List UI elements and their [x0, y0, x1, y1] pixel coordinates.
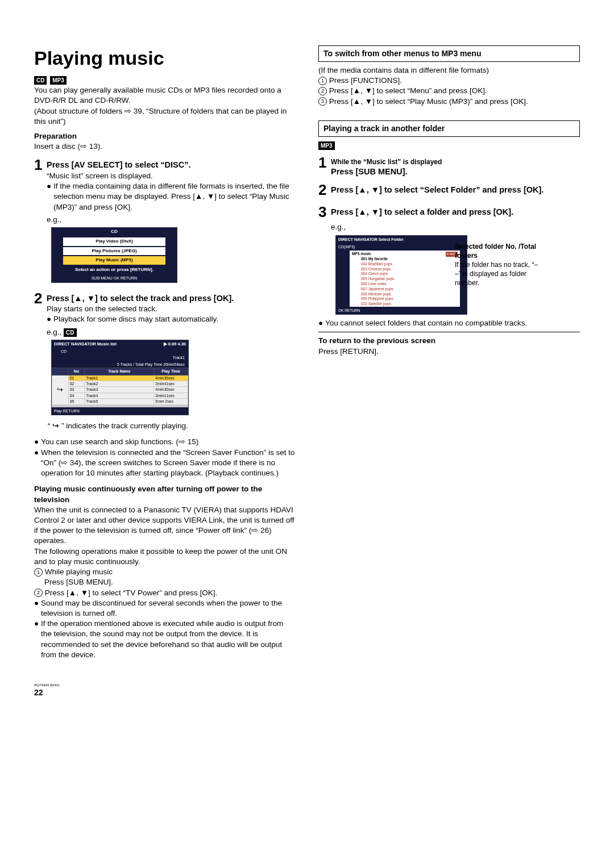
divider [318, 332, 580, 332]
folder-item: 004 Czech pops [361, 272, 458, 277]
return-text: Press [RETURN]. [318, 347, 379, 356]
col-no: No [68, 368, 85, 375]
cont-step-1a: While playing music [45, 567, 113, 576]
folder-item: 001 My favorite [361, 257, 458, 262]
cont-step-2: Press [▲, ▼] to select “TV Power” and pr… [45, 589, 218, 597]
badge-mp3: MP3 [318, 141, 335, 151]
musiclist-sub1: CD [52, 348, 188, 354]
folder-item: 007 Japanese pops [361, 287, 458, 292]
cd-sel-row-selected: Play Music (MP3) [63, 256, 165, 265]
cont-bullet-1: Sound may be discontinued for several se… [41, 598, 296, 619]
eg-label-2: e.g., [47, 328, 61, 336]
preparation-heading: Preparation [34, 132, 77, 140]
bullet-icon: ● [34, 598, 41, 619]
r-step-2-number: 2 [318, 180, 331, 200]
col-trackname: Track Name [85, 368, 154, 375]
r-step-3-title: Press [▲, ▼] to select a folder and pres… [331, 207, 513, 218]
box-heading-switch-menu: To switch from other menus to MP3 menu [318, 45, 580, 62]
page-title: Playing music [34, 45, 296, 72]
folder-item: 010 Swedish pops [361, 302, 458, 307]
folder-note: You cannot select folders that contain n… [325, 318, 527, 328]
bullet-icon: ● [34, 437, 41, 447]
musiclist-sub2: Track1 [52, 354, 188, 361]
circled-1-icon: 1 [318, 77, 327, 85]
annot-text: If the folder has no track, “– –” is dis… [455, 260, 546, 288]
cd-sel-footer: SUB MENU OK RETURN [52, 274, 177, 282]
bullet-icon: ● [47, 314, 53, 324]
cd-sel-row: Play Video (DivX) [63, 237, 165, 246]
musiclist-footer: Play RETURN [52, 407, 188, 415]
circled-2-icon: 2 [34, 589, 43, 597]
step-2-line: Play starts on the selected track. [47, 304, 234, 314]
badge-mp3: MP3 [50, 76, 67, 85]
r-step-1-title: Press [SUB MENU]. [331, 166, 442, 178]
box1-step-3: Press [▲, ▼] to select “Play Music (MP3)… [329, 97, 528, 106]
step-2-bullet: Playback for some discs may start automa… [53, 314, 218, 324]
folder-item: 005 Hungarian pops [361, 277, 458, 282]
intro-text-1: You can play generally available music C… [34, 85, 296, 106]
after-bullet-2: When the television is connected and the… [41, 448, 296, 479]
folder-item: 011 Momento [361, 307, 458, 307]
r-step-3-number: 3 [318, 202, 331, 233]
musiclist-hdr-time: ▶ 0.09 4.30 [164, 341, 186, 347]
r-step-1-number: 1 [318, 153, 331, 178]
step-1-bullet: If the media containing data in differen… [53, 181, 296, 212]
step-1-number: 1 [34, 155, 47, 225]
folder-fig-footer: OK RETURN [336, 308, 467, 314]
intro-text-2: (About structure of folders ⇨ 39, “Struc… [34, 106, 296, 127]
bullet-icon: ● [318, 318, 325, 328]
folder-item: 009 Philippine pops [361, 297, 458, 302]
figure-cd-selector: CD Play Video (DivX) Play Pictures (JPEG… [51, 227, 177, 282]
eg-label-3: e.g., [331, 222, 513, 232]
cd-sel-hint: Select an action or press [RETURN]. [52, 266, 177, 274]
continuous-play-heading: Playing music continuously even after tu… [34, 484, 296, 504]
circled-3-icon: 3 [318, 97, 327, 106]
bullet-icon: ● [34, 619, 41, 660]
folder-item: 003 Chinese pops [361, 267, 458, 272]
folder-tree: MP3 music F 6/25 001 My favorite 002 Bra… [350, 251, 460, 307]
box1-line1: (If the media contains data in different… [318, 65, 580, 76]
circled-1-icon: 1 [34, 568, 43, 577]
musiclist-hdr-left: DIRECT NAVIGATOR Music list [54, 341, 117, 347]
r-step-1-pre: While the “Music list” is displayed [331, 157, 442, 166]
figure-folder-selector: DIRECT NAVIGATOR Select Folder CD(MP3) M… [335, 235, 467, 315]
eg-label: e.g., [47, 215, 296, 225]
after-bullet-1: You can use search and skip functions. (… [41, 437, 198, 447]
cont-step-1b: Press [SUB MENU]. [44, 577, 296, 587]
playing-note: indicates the track currently playing. [66, 422, 188, 430]
folder-item: 008 Mexican pops [361, 292, 458, 297]
cont-p2: The following operations make it possibl… [34, 546, 296, 567]
circled-2-icon: 2 [318, 87, 327, 95]
page-number: 22 [34, 687, 580, 698]
folder-fig-hdr: DIRECT NAVIGATOR Select Folder [336, 236, 467, 243]
cd-sel-title: CD [52, 228, 177, 236]
bullet-icon: ● [47, 181, 53, 212]
table-row: ↪01Track14min30sec [52, 375, 188, 381]
now-playing-icon: ↪ [52, 422, 59, 430]
r-step-2-title: Press [▲, ▼] to select “Select Folder” a… [331, 185, 544, 196]
step-2-number: 2 [34, 289, 47, 337]
col-playtime: Play Time [154, 368, 188, 375]
box1-step-1: Press [FUNCTIONS]. [329, 76, 402, 85]
badge-cd: CD [34, 76, 47, 85]
cont-bullet-2: If the operation mentioned above is exec… [41, 619, 296, 660]
step-2-title: Press [▲, ▼] to select the track and pre… [47, 293, 234, 304]
annot-heading: Selected folder No. /Total folders [455, 242, 546, 260]
preparation-text: Insert a disc (⇨ 13). [34, 142, 102, 151]
table-row: 05Track55min 2sec [52, 399, 188, 404]
return-heading: To return to the previous screen [318, 336, 435, 345]
cont-p1: When the unit is connected to a Panasoni… [34, 505, 296, 546]
musiclist-sub3: 5 Tracks / Total Play Time 20min54sec [52, 361, 188, 368]
folder-fig-sub: CD(MP3) [336, 243, 467, 251]
media-badges: CD MP3 [34, 75, 296, 85]
table-row: 04Track43min11sec [52, 393, 188, 398]
bullet-icon: ● [34, 448, 41, 479]
folder-item: 006 Liner notes [361, 282, 458, 287]
figure-music-list: DIRECT NAVIGATOR Music list ▶ 0.09 4.30 … [51, 340, 189, 416]
table-row: 02Track23min41sec [52, 381, 188, 387]
step-1-title: Press [AV SELECT] to select “DISC”. [47, 160, 296, 171]
step-1-line: “Music list” screen is displayed. [47, 171, 296, 181]
box1-step-2: Press [▲, ▼] to select “Menu” and press … [329, 86, 487, 95]
musiclist-table: No Track Name Play Time ↪01Track14min30s… [52, 368, 188, 407]
cd-sel-row: Play Pictures (JPEG) [63, 247, 165, 256]
